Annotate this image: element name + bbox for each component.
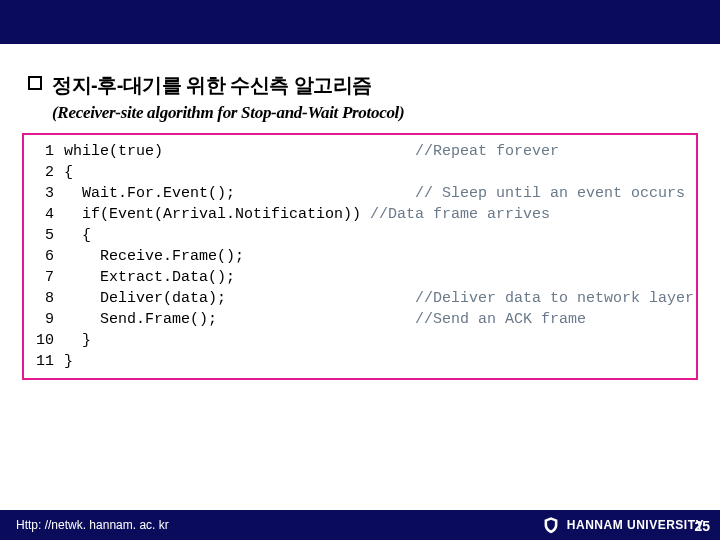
code-comment: // Sleep until an event occurs bbox=[415, 185, 685, 202]
footer-org: HANNAM UNIVERSITY bbox=[543, 516, 704, 534]
slide-content: 정지-후-대기를 위한 수신측 알고리즘 (Receiver-site algo… bbox=[0, 44, 720, 380]
line-numbers: 1 2 3 4 5 6 7 8 9 10 11 bbox=[26, 137, 64, 376]
code-line: Deliver(data); //Deliver data to network… bbox=[64, 288, 694, 309]
code-comment: //Deliver data to network layer bbox=[415, 290, 694, 307]
footer-org-text: HANNAM UNIVERSITY bbox=[567, 518, 704, 532]
code-line: Receive.Frame(); bbox=[64, 246, 694, 267]
heading-text: 정지-후-대기를 위한 수신측 알고리즘 bbox=[52, 72, 372, 99]
title-bar bbox=[0, 0, 720, 44]
subheading-text: (Receiver-site algorithm for Stop-and-Wa… bbox=[52, 103, 692, 123]
code-line: Send.Frame(); //Send an ACK frame bbox=[64, 309, 694, 330]
code-line: { bbox=[64, 225, 694, 246]
code-line: } bbox=[64, 351, 694, 372]
code-line: if(Event(Arrival.Notification)) //Data f… bbox=[64, 204, 694, 225]
footer-url: Http: //netwk. hannam. ac. kr bbox=[16, 518, 543, 532]
heading-row: 정지-후-대기를 위한 수신측 알고리즘 bbox=[28, 72, 692, 99]
footer-bar: Http: //netwk. hannam. ac. kr HANNAM UNI… bbox=[0, 510, 720, 540]
code-lines: while(true) //Repeat forever{ Wait.For.E… bbox=[64, 137, 694, 376]
code-comment: //Send an ACK frame bbox=[415, 311, 586, 328]
shield-icon bbox=[543, 516, 559, 534]
code-line: while(true) //Repeat forever bbox=[64, 141, 694, 162]
page-number: 25 bbox=[694, 518, 710, 534]
code-comment: //Repeat forever bbox=[415, 143, 559, 160]
code-box: 1 2 3 4 5 6 7 8 9 10 11 while(true) //Re… bbox=[22, 133, 698, 380]
code-line: Extract.Data(); bbox=[64, 267, 694, 288]
square-bullet-icon bbox=[28, 76, 42, 90]
code-line: { bbox=[64, 162, 694, 183]
code-comment: //Data frame arrives bbox=[370, 206, 550, 223]
code-line: } bbox=[64, 330, 694, 351]
code-line: Wait.For.Event(); // Sleep until an even… bbox=[64, 183, 694, 204]
